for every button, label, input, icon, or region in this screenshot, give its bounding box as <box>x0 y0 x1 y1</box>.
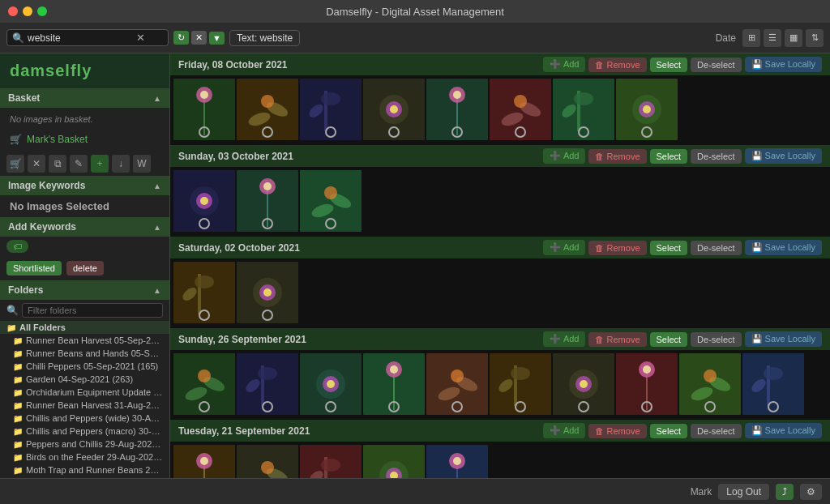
image-select-circle[interactable] <box>262 310 273 321</box>
image-select-circle[interactable] <box>199 310 210 321</box>
toolbar-download-icon[interactable]: ↓ <box>112 155 130 173</box>
save-locally-button[interactable]: 💾 Save Locally <box>745 331 822 347</box>
minimize-button[interactable] <box>23 6 32 16</box>
deselect-button[interactable]: De-select <box>691 332 741 347</box>
image-select-circle[interactable] <box>451 401 463 412</box>
folder-item[interactable]: 📁Garden 04-Sep-2021 (263) <box>0 373 169 386</box>
image-select-circle[interactable] <box>451 126 463 138</box>
image-thumbnail[interactable] <box>300 170 362 232</box>
save-locally-button[interactable]: 💾 Save Locally <box>745 57 822 72</box>
image-thumbnail[interactable] <box>679 353 741 415</box>
toolbar-edit-icon[interactable]: ✎ <box>70 155 88 173</box>
save-locally-button[interactable]: 💾 Save Locally <box>745 240 822 255</box>
image-thumbnail[interactable] <box>173 445 235 478</box>
add-button[interactable]: ➕ Add <box>543 57 585 72</box>
toolbar-copy-icon[interactable]: ⧉ <box>49 155 66 173</box>
image-select-circle[interactable] <box>262 218 273 229</box>
remove-button[interactable]: 🗑 Remove <box>588 241 646 255</box>
image-select-circle[interactable] <box>262 401 273 412</box>
image-thumbnail[interactable] <box>173 262 235 323</box>
image-select-circle[interactable] <box>515 401 526 412</box>
image-select-circle[interactable] <box>262 126 273 138</box>
toolbar-wordpress-icon[interactable]: W <box>133 155 151 173</box>
image-thumbnail[interactable] <box>300 353 362 415</box>
folder-item[interactable]: 📁All Folders <box>0 321 169 334</box>
image-thumbnail[interactable] <box>363 445 425 478</box>
image-thumbnail[interactable] <box>616 353 678 415</box>
image-select-circle[interactable] <box>325 218 336 229</box>
image-select-circle[interactable] <box>388 126 400 138</box>
image-thumbnail[interactable] <box>300 79 362 140</box>
search-input[interactable] <box>28 32 133 44</box>
image-thumbnail[interactable] <box>426 445 488 478</box>
image-thumbnail[interactable] <box>237 170 298 232</box>
image-thumbnail[interactable] <box>173 170 235 232</box>
select-button[interactable]: Select <box>650 241 688 255</box>
image-thumbnail[interactable] <box>742 353 804 415</box>
remove-button[interactable]: 🗑 Remove <box>588 58 646 72</box>
image-select-circle[interactable] <box>325 401 336 412</box>
select-button[interactable]: Select <box>650 58 688 72</box>
remove-button[interactable]: 🗑 Remove <box>588 149 646 164</box>
search-clear-icon[interactable]: ✕ <box>136 32 145 44</box>
add-button[interactable]: ➕ Add <box>543 423 585 438</box>
folder-item[interactable]: 📁Chillis and Peppers (macro) 30-Aug-202.… <box>0 425 169 438</box>
add-keywords-section-header[interactable]: Add Keywords ▲ <box>0 217 169 237</box>
image-thumbnail[interactable] <box>426 353 488 415</box>
share-button[interactable]: ⤴ <box>776 484 794 500</box>
list-view-icon[interactable]: ☰ <box>764 29 781 47</box>
maximize-button[interactable] <box>37 6 47 16</box>
image-select-circle[interactable] <box>388 401 400 412</box>
image-select-circle[interactable] <box>768 401 779 412</box>
image-select-circle[interactable] <box>199 401 210 412</box>
toolbar-add-icon[interactable]: + <box>91 155 109 173</box>
folder-item[interactable]: 📁Chillis and Peppers (wide) 30-Aug-2021 … <box>0 412 169 425</box>
folder-item[interactable]: 📁Runner Bean Harvest 05-Sep-2021 (129) <box>0 334 169 347</box>
deselect-button[interactable]: De-select <box>691 424 741 438</box>
deselect-button[interactable]: De-select <box>691 58 741 72</box>
image-select-circle[interactable] <box>199 126 210 138</box>
close-button[interactable] <box>8 6 18 16</box>
image-select-circle[interactable] <box>641 126 652 138</box>
image-thumbnail[interactable] <box>490 79 551 140</box>
image-thumbnail[interactable] <box>237 262 298 323</box>
folder-item[interactable]: 📁Orchidarium Equipment Update 02-Sep-... <box>0 386 169 399</box>
folder-item[interactable]: 📁Peppers and Chillis 29-Aug-2021 (315) <box>0 438 169 451</box>
basket-section-header[interactable]: Basket ▲ <box>0 88 169 108</box>
deselect-button[interactable]: De-select <box>691 241 741 255</box>
image-select-circle[interactable] <box>578 126 589 138</box>
window-controls[interactable] <box>8 6 47 16</box>
save-locally-button[interactable]: 💾 Save Locally <box>745 148 822 164</box>
folder-item[interactable]: 📁Runner Bean Harvest 31-Aug-2021 (89) <box>0 399 169 412</box>
save-locally-button[interactable]: 💾 Save Locally <box>745 423 822 438</box>
clear-button[interactable]: ✕ <box>191 31 207 45</box>
image-thumbnail[interactable] <box>237 353 298 415</box>
image-thumbnail[interactable] <box>173 79 235 140</box>
toolbar-basket-icon[interactable]: 🛒 <box>6 155 24 173</box>
basket-link[interactable]: 🛒 Mark's Basket <box>0 130 169 152</box>
add-button[interactable]: ➕ Add <box>543 240 585 255</box>
remove-button[interactable]: 🗑 Remove <box>588 424 646 438</box>
add-button[interactable]: ➕ Add <box>543 331 585 347</box>
image-thumbnail[interactable] <box>616 79 678 140</box>
folder-filter-input[interactable] <box>22 303 163 318</box>
select-button[interactable]: Select <box>650 424 688 438</box>
image-thumbnail[interactable] <box>553 353 614 415</box>
image-thumbnail[interactable] <box>553 79 614 140</box>
image-thumbnail[interactable] <box>490 353 551 415</box>
image-select-circle[interactable] <box>325 126 336 138</box>
folder-item[interactable]: 📁Chilli Peppers 05-Sep-2021 (165) <box>0 360 169 373</box>
select-button[interactable]: Select <box>650 149 688 164</box>
keywords-section-header[interactable]: Image Keywords ▲ <box>0 176 169 195</box>
folder-item[interactable]: 📁Runner Beans and Hands 05-Sep-2021 (... <box>0 347 169 360</box>
image-select-circle[interactable] <box>578 401 589 412</box>
image-select-circle[interactable] <box>641 401 652 412</box>
refresh-button[interactable]: ↻ <box>173 31 189 45</box>
sort-options-icon[interactable]: ⇅ <box>806 29 824 47</box>
shortlisted-button[interactable]: Shortlisted <box>6 261 62 275</box>
grid-view-icon[interactable]: ⊞ <box>742 29 760 47</box>
detail-view-icon[interactable]: ▦ <box>785 29 802 47</box>
folder-item[interactable]: 📁Moth Trap and Runner Beans 27-Aug-20... <box>0 463 169 476</box>
image-select-circle[interactable] <box>515 126 526 138</box>
toolbar-delete-icon[interactable]: ✕ <box>28 155 45 173</box>
